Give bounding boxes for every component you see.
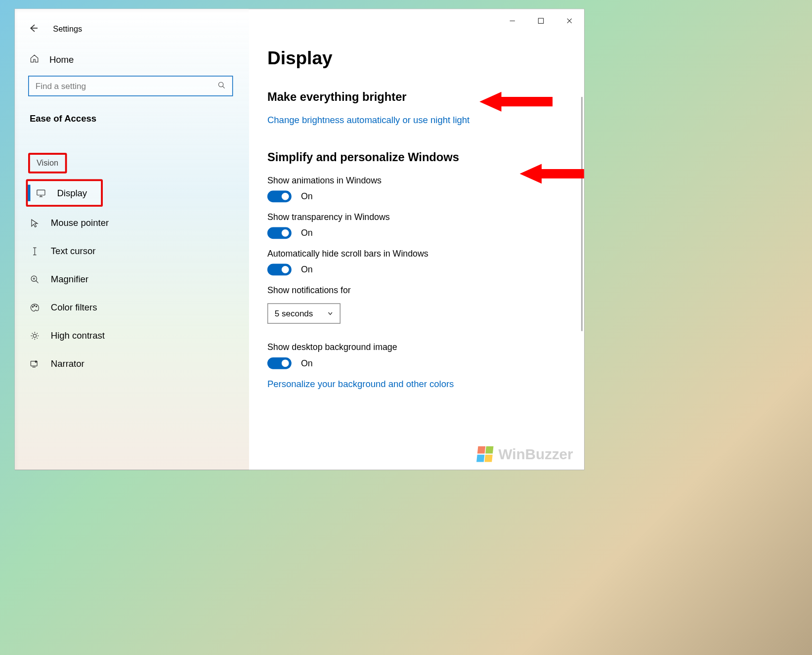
sidebar-item-high-contrast[interactable]: High contrast [15,321,249,349]
group-heading-vision: Vision [28,153,67,173]
text-cursor-icon [30,246,40,257]
watermark-text: WinBuzzer [499,446,573,462]
sidebar: Settings Home Ease of Access Vision Disp… [15,9,249,470]
toggle-state: On [301,228,313,238]
narrator-icon [30,359,40,369]
sidebar-item-label: Magnifier [51,274,88,284]
svg-point-5 [36,306,37,307]
close-button[interactable] [566,17,573,26]
section-heading-simplify: Simplify and personalize Windows [267,151,566,164]
maximize-button[interactable] [537,17,545,26]
window-controls [509,17,573,26]
search-box[interactable] [28,76,233,96]
toggle-state: On [301,358,313,368]
section-heading-brightness: Make everything brighter [267,90,566,103]
toggle-scrollbars[interactable] [267,264,292,276]
setting-label-background: Show desktop background image [267,342,566,352]
sidebar-item-narrator[interactable]: Narrator [15,349,249,378]
main-panel: Display Make everything brighter Change … [249,9,584,470]
setting-row-background: On [267,357,566,369]
notifications-dropdown[interactable]: 5 seconds [267,303,341,323]
sidebar-item-color-filters[interactable]: Color filters [15,293,249,321]
setting-row-transparency: On [267,227,566,239]
minimize-button[interactable] [509,17,516,26]
sun-icon [30,331,40,341]
sidebar-item-text-cursor[interactable]: Text cursor [15,237,249,265]
sidebar-item-display[interactable]: Display [26,179,103,207]
home-icon [30,54,39,66]
svg-point-4 [34,305,35,306]
sidebar-item-mouse-pointer[interactable]: Mouse pointer [15,209,249,237]
svg-point-8 [35,361,37,362]
sidebar-item-magnifier[interactable]: Magnifier [15,265,249,294]
setting-row-scrollbars: On [267,264,566,276]
sidebar-item-label: High contrast [51,330,105,341]
setting-label-animations: Show animations in Windows [267,175,566,185]
sidebar-item-label: Mouse pointer [51,218,109,228]
display-icon [36,188,46,198]
svg-rect-9 [538,18,543,23]
sidebar-item-label: Narrator [51,358,85,369]
home-nav[interactable]: Home [15,42,249,76]
svg-point-6 [33,334,36,337]
setting-label-scrollbars: Automatically hide scroll bars in Window… [267,248,566,259]
settings-window: Settings Home Ease of Access Vision Disp… [15,9,585,470]
scrollbar[interactable] [581,97,583,331]
watermark: WinBuzzer [477,446,573,462]
sidebar-item-label: Text cursor [51,246,95,256]
magnifier-icon [30,274,40,285]
toggle-state: On [301,191,313,202]
chevron-down-icon [327,310,333,316]
toggle-background[interactable] [267,357,292,369]
sidebar-item-label: Display [57,188,87,198]
setting-label-transparency: Show transparency in Windows [267,212,566,222]
sidebar-item-label: Color filters [51,302,97,312]
dropdown-value: 5 seconds [275,308,313,318]
toggle-state: On [301,264,313,275]
header-row: Settings [15,16,249,41]
svg-point-3 [32,306,33,307]
watermark-logo-icon [476,446,494,462]
search-icon [217,81,225,90]
setting-label-notifications: Show notifications for [267,285,566,295]
toggle-animations[interactable] [267,191,292,203]
home-label: Home [49,54,74,65]
brightness-link[interactable]: Change brightness automatically or use n… [267,115,470,125]
toggle-transparency[interactable] [267,227,292,239]
search-input[interactable] [36,81,218,91]
palette-icon [30,303,40,313]
app-title: Settings [53,24,82,34]
personalize-link[interactable]: Personalize your background and other co… [267,379,454,389]
search-wrap [28,76,236,96]
svg-rect-1 [37,190,45,195]
back-arrow-icon[interactable] [28,23,39,35]
svg-point-0 [218,82,223,87]
cursor-icon [30,218,40,228]
category-heading: Ease of Access [15,109,249,153]
setting-row-animations: On [267,191,566,203]
